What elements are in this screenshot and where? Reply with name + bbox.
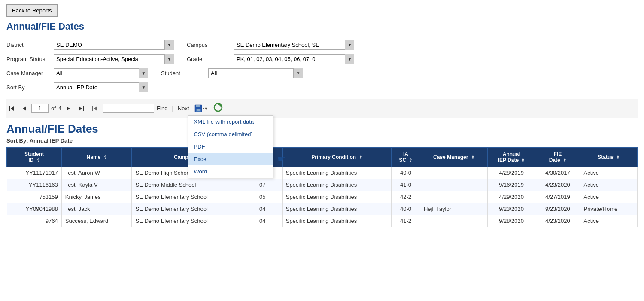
back-to-reports-button[interactable]: Back to Reports: [6, 4, 58, 17]
export-csv-item[interactable]: CSV (comma delimited): [188, 128, 273, 140]
th-annual-iep-date[interactable]: AnnualIEP Date ⇕: [487, 148, 535, 167]
export-word-item[interactable]: Word: [188, 165, 273, 178]
last-page-button[interactable]: [76, 104, 86, 113]
export-excel-item[interactable]: Excel ☛: [188, 153, 273, 165]
cell-name: Test, Aaron W: [61, 167, 132, 179]
filter-row-4: Sort By Annual IEP Date ▼: [6, 82, 638, 92]
export-dropdown: XML file with report data CSV (comma del…: [188, 115, 273, 178]
cell-primary-condition: Specific Learning Disabilities: [282, 167, 391, 179]
cell-primary-condition: Specific Learning Disabilities: [282, 179, 391, 191]
cell-primary-condition: Specific Learning Disabilities: [282, 191, 391, 203]
cell-campus: SE Demo Elementary School: [132, 215, 243, 227]
prev-page-icon: [21, 106, 27, 112]
th-case-manager[interactable]: Case Manager ⇕: [420, 148, 487, 167]
campus-select-wrapper[interactable]: SE Demo Elementary School, SE ▼: [234, 40, 354, 50]
campus-select[interactable]: SE Demo Elementary School, SE: [234, 40, 354, 50]
page-wrapper: Back to Reports Annual/FIE Dates Distric…: [0, 0, 644, 301]
svg-rect-11: [197, 109, 200, 111]
district-select-wrapper[interactable]: SE DEMO ▼: [54, 40, 174, 50]
district-filter: District SE DEMO ▼: [6, 40, 174, 50]
grade-filter: Grade PK, 01, 02, 03, 04, 05, 06, 07, 0 …: [187, 54, 354, 64]
back-icon: [91, 106, 98, 112]
toolbar: of 4 Find | Next: [6, 99, 638, 118]
next-page-button[interactable]: [64, 104, 73, 113]
next-page-icon: [66, 106, 71, 112]
first-page-button[interactable]: [6, 104, 17, 113]
svg-marker-6: [94, 106, 97, 111]
sort-icon-ia-sc: ⇕: [409, 158, 412, 163]
search-input[interactable]: [103, 104, 154, 113]
sort-icon-status: ⇕: [616, 155, 620, 160]
next-find-button[interactable]: Next: [178, 105, 189, 112]
th-student-id[interactable]: StudentID ⇕: [7, 148, 62, 167]
program-status-select[interactable]: Special Education-Active, Specia: [54, 54, 174, 64]
district-select[interactable]: SE DEMO: [54, 40, 174, 50]
page-title: Annual/FIE Dates: [6, 21, 638, 32]
last-page-icon: [78, 106, 84, 112]
student-select-wrapper[interactable]: All ▼: [208, 68, 303, 78]
cell-primary-condition: Specific Learning Disabilities: [282, 203, 391, 215]
cell-grade: 04: [243, 215, 282, 227]
sort-by-select-wrapper[interactable]: Annual IEP Date ▼: [54, 82, 148, 92]
toolbar-separator: |: [170, 105, 175, 112]
report-title: Annual/FIE Dates: [6, 122, 638, 136]
export-wrapper[interactable]: ▼ XML file with report data CSV (comma d…: [192, 103, 210, 114]
svg-rect-7: [92, 106, 93, 111]
th-fie-date[interactable]: FIEDate ⇕: [535, 148, 580, 167]
student-select[interactable]: All: [208, 68, 303, 78]
svg-marker-1: [11, 106, 14, 111]
case-manager-select-wrapper[interactable]: All ▼: [54, 68, 148, 78]
cell-status: Active: [580, 215, 638, 227]
svg-marker-12: [203, 108, 204, 109]
student-label: Student: [161, 70, 204, 76]
svg-rect-9: [196, 105, 200, 107]
program-status-select-wrapper[interactable]: Special Education-Active, Specia ▼: [54, 54, 174, 64]
cell-case-manager: [420, 215, 487, 227]
sort-by-select[interactable]: Annual IEP Date: [54, 82, 148, 92]
back-button-toolbar[interactable]: [89, 104, 100, 113]
case-manager-filter: Case Manager All ▼: [6, 68, 148, 78]
export-button[interactable]: ▼: [192, 103, 210, 114]
page-number-input[interactable]: [31, 104, 49, 113]
cell-grade: 05: [243, 191, 282, 203]
first-page-icon: [9, 106, 15, 112]
cell-case-manager: [420, 179, 487, 191]
student-filter: Student All ▼: [161, 68, 303, 78]
cell-ia-sc: 40-0: [392, 203, 420, 215]
find-button[interactable]: Find: [157, 105, 167, 112]
district-label: District: [6, 42, 49, 48]
grade-select[interactable]: PK, 01, 02, 03, 04, 05, 06, 07, 0: [234, 54, 354, 64]
sort-icon-fie-date: ⇕: [563, 158, 566, 163]
refresh-button[interactable]: [213, 102, 224, 115]
grade-select-wrapper[interactable]: PK, 01, 02, 03, 04, 05, 06, 07, 0 ▼: [234, 54, 354, 64]
cell-case-manager: [420, 191, 487, 203]
grade-label: Grade: [187, 56, 230, 62]
case-manager-select[interactable]: All: [54, 68, 148, 78]
sort-icon-name: ⇕: [103, 155, 107, 160]
cell-annual-iep-date: 4/28/2019: [487, 167, 535, 179]
table-row: YY09041988 Test, Jack SE Demo Elementary…: [7, 203, 638, 215]
report-heading: Annual/FIE Dates Sort By: Annual IEP Dat…: [6, 122, 638, 144]
export-icon: [194, 104, 204, 113]
cell-student-id: YY09041988: [7, 203, 62, 215]
th-name[interactable]: Name ⇕: [61, 148, 132, 167]
page-of-label: of: [51, 105, 56, 112]
report-sort-label: Sort By: Annual IEP Date: [6, 137, 638, 144]
filter-section: District SE DEMO ▼ Campus SE Demo Elemen…: [6, 40, 638, 92]
cell-annual-iep-date: 9/23/2020: [487, 203, 535, 215]
cell-name: Knicky, James: [61, 191, 132, 203]
export-pdf-item[interactable]: PDF: [188, 140, 273, 153]
table-row: 9764 Success, Edward SE Demo Elementary …: [7, 215, 638, 227]
th-status[interactable]: Status ⇕: [580, 148, 638, 167]
th-ia-sc[interactable]: IASC ⇕: [392, 148, 420, 167]
page-total: 4: [58, 105, 61, 112]
svg-rect-0: [9, 106, 10, 111]
cell-case-manager: Hejl, Taylor: [420, 203, 487, 215]
prev-page-button[interactable]: [19, 104, 29, 113]
export-dropdown-arrow: ▼: [204, 106, 208, 111]
export-xml-item[interactable]: XML file with report data: [188, 116, 273, 128]
th-primary-condition[interactable]: Primary Condition ⇕: [282, 148, 391, 167]
cell-ia-sc: 41-0: [392, 179, 420, 191]
cell-student-id: YY1116163: [7, 179, 62, 191]
cell-fie-date: 4/23/2020: [535, 179, 580, 191]
